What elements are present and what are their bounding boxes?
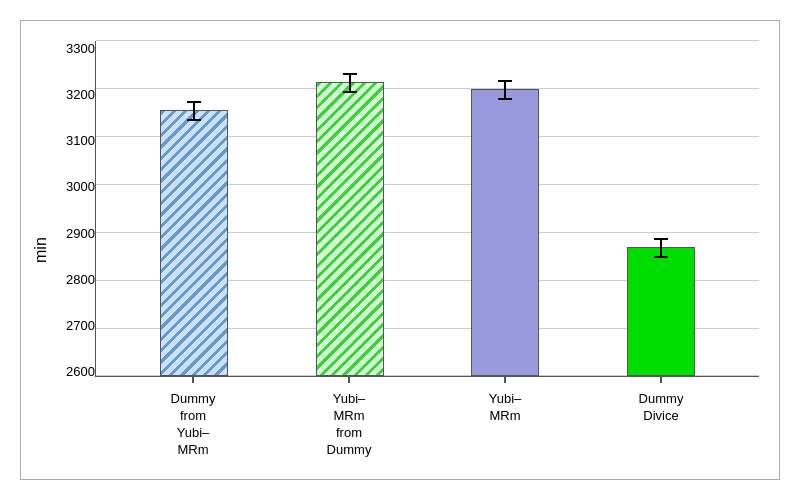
bar-bar3 — [471, 89, 539, 377]
y-tick-label: 3100 — [66, 133, 95, 148]
bar-group-bar4 — [611, 41, 711, 376]
bar-group-bar1 — [144, 41, 244, 376]
bar-bar2 — [316, 82, 384, 377]
x-label-bar1: DummyfromYubi–MRm — [143, 391, 243, 459]
y-tick-label: 2800 — [66, 272, 95, 287]
plot-area: DummyfromYubi–MRmYubi–MRmfromDummyYubi–M… — [95, 41, 759, 459]
chart-container: min 33003200310030002900280027002600 Dum… — [20, 20, 780, 480]
error-bar-bar1 — [187, 101, 201, 121]
error-bar-bar3 — [498, 80, 512, 100]
grid-and-bars — [95, 41, 759, 377]
y-tick-label: 3200 — [66, 87, 95, 102]
x-labels: DummyfromYubi–MRmYubi–MRmfromDummyYubi–M… — [95, 383, 759, 459]
bar-group-bar2 — [300, 41, 400, 376]
bars-row — [96, 41, 759, 376]
bar-bar1 — [160, 110, 228, 376]
y-tick-label: 2700 — [66, 318, 95, 333]
bar-bar4 — [627, 247, 695, 376]
y-tick-label: 2600 — [66, 364, 95, 379]
error-bar-bar4 — [654, 238, 668, 258]
y-tick-label: 3300 — [66, 41, 95, 56]
y-axis-label: min — [31, 41, 51, 459]
x-label-bar3: Yubi–MRm — [455, 391, 555, 459]
x-label-bar2: Yubi–MRmfromDummy — [299, 391, 399, 459]
bar-group-bar3 — [455, 41, 555, 376]
y-tick-label: 3000 — [66, 179, 95, 194]
y-tick-labels: 33003200310030002900280027002600 — [55, 41, 95, 459]
y-tick-label: 2900 — [66, 226, 95, 241]
error-bar-bar2 — [343, 73, 357, 93]
x-label-bar4: DummyDivice — [611, 391, 711, 459]
